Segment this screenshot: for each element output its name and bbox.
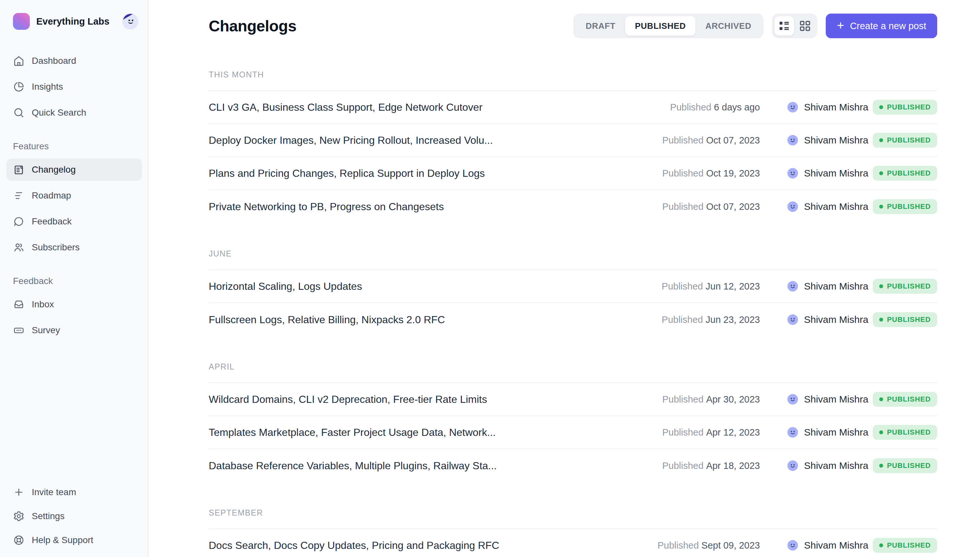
page-header: Changelogs DRAFT PUBLISHED ARCHIVED xyxy=(209,0,937,38)
status-dot-icon xyxy=(879,543,883,547)
changelog-row[interactable]: Templates Marketplace, Faster Project Us… xyxy=(209,416,937,449)
sidebar-item-feedback[interactable]: Feedback xyxy=(7,210,142,233)
changelog-row[interactable]: Wildcard Domains, CLI v2 Deprecation, Fr… xyxy=(209,383,937,416)
sidebar-item-changelog[interactable]: Changelog xyxy=(7,159,142,181)
status-badge-label: PUBLISHED xyxy=(887,316,931,324)
grid-view-icon xyxy=(799,20,810,31)
plus-icon xyxy=(13,486,24,498)
changelog-row[interactable]: Plans and Pricing Changes, Replica Suppo… xyxy=(209,157,937,190)
changelog-row[interactable]: Deploy Docker Images, New Pricing Rollou… xyxy=(209,124,937,157)
post-date: Sept 09, 2023 xyxy=(701,540,760,550)
author-avatar xyxy=(787,102,798,113)
create-button-label: Create a new post xyxy=(850,21,926,31)
post-date: Oct 07, 2023 xyxy=(706,202,760,212)
sidebar-item-label: Quick Search xyxy=(32,107,86,118)
changelog-row[interactable]: CLI v3 GA, Business Class Support, Edge … xyxy=(209,91,937,124)
author-avatar xyxy=(787,540,798,551)
section-rows: CLI v3 GA, Business Class Support, Edge … xyxy=(209,91,937,223)
section-rows: Horizontal Scaling, Logs Updates Publish… xyxy=(209,270,937,336)
status-dot-icon xyxy=(879,138,883,142)
workspace-switcher[interactable]: Everything Labs xyxy=(0,9,148,34)
changelog-row[interactable]: Horizontal Scaling, Logs Updates Publish… xyxy=(209,270,937,303)
post-title: CLI v3 GA, Business Class Support, Edge … xyxy=(209,101,670,113)
post-author: Shivam Mishra xyxy=(787,394,873,405)
post-author-name: Shivam Mishra xyxy=(804,135,868,146)
author-avatar xyxy=(787,281,798,292)
section-rows: Docs Search, Docs Copy Updates, Pricing … xyxy=(209,529,937,557)
post-published: Published Oct 07, 2023 xyxy=(662,135,760,146)
status-badge: PUBLISHED xyxy=(873,166,937,181)
status-badge: PUBLISHED xyxy=(873,199,937,214)
lifebuoy-icon xyxy=(13,534,24,546)
post-published: Published Oct 07, 2023 xyxy=(662,202,760,212)
sidebar-item-insights[interactable]: Insights xyxy=(7,76,142,98)
status-badge-label: PUBLISHED xyxy=(887,282,931,290)
published-label: Published xyxy=(662,135,703,145)
post-author: Shivam Mishra xyxy=(787,201,873,212)
month-section: APRIL Wildcard Domains, CLI v2 Deprecati… xyxy=(209,362,937,482)
changelog-row[interactable]: Database Reference Variables, Multiple P… xyxy=(209,449,937,482)
tab-published[interactable]: PUBLISHED xyxy=(625,16,696,36)
changelog-list: THIS MONTH CLI v3 GA, Business Class Sup… xyxy=(209,70,937,557)
month-label: THIS MONTH xyxy=(209,70,937,79)
list-view-button[interactable] xyxy=(774,16,794,36)
status-filter-tabs: DRAFT PUBLISHED ARCHIVED xyxy=(573,14,763,38)
tab-archived[interactable]: ARCHIVED xyxy=(696,16,761,36)
author-avatar xyxy=(787,201,798,212)
status-badge-label: PUBLISHED xyxy=(887,103,931,111)
sidebar-item-inbox[interactable]: Inbox xyxy=(7,293,142,316)
sidebar-item-settings[interactable]: Settings xyxy=(7,505,142,527)
post-author-name: Shivam Mishra xyxy=(804,168,868,179)
tab-draft[interactable]: DRAFT xyxy=(576,16,625,36)
status-dot-icon xyxy=(879,171,883,175)
sidebar-item-label: Dashboard xyxy=(32,56,76,66)
sidebar-item-label: Subscribers xyxy=(32,242,80,252)
user-avatar[interactable] xyxy=(122,13,139,30)
sidebar-item-quick-search[interactable]: Quick Search xyxy=(7,102,142,124)
status-badge: PUBLISHED xyxy=(873,279,937,294)
sidebar-item-roadmap[interactable]: Roadmap xyxy=(7,185,142,207)
grid-view-button[interactable] xyxy=(795,16,815,36)
post-title: Templates Marketplace, Faster Project Us… xyxy=(209,427,662,438)
month-section: SEPTEMBER Docs Search, Docs Copy Updates… xyxy=(209,508,937,557)
post-author-name: Shivam Mishra xyxy=(804,314,868,325)
sidebar-item-invite-team[interactable]: Invite team xyxy=(7,481,142,503)
post-author-name: Shivam Mishra xyxy=(804,460,868,471)
sidebar: Everything Labs Dashboard Insights xyxy=(0,0,149,557)
status-dot-icon xyxy=(879,430,883,434)
post-author: Shivam Mishra xyxy=(787,281,873,292)
author-avatar xyxy=(787,314,798,325)
post-date: Apr 30, 2023 xyxy=(706,394,760,404)
sidebar-item-subscribers[interactable]: Subscribers xyxy=(7,236,142,259)
sidebar-item-dashboard[interactable]: Dashboard xyxy=(7,50,142,72)
post-author-name: Shivam Mishra xyxy=(804,201,868,212)
changelog-row[interactable]: Private Networking to PB, Progress on Ch… xyxy=(209,190,937,223)
post-author: Shivam Mishra xyxy=(787,540,873,551)
month-label: JUNE xyxy=(209,249,937,259)
post-author: Shivam Mishra xyxy=(787,460,873,471)
chat-bubble-icon xyxy=(13,216,24,227)
workspace-logo xyxy=(13,13,30,30)
plus-icon: + xyxy=(837,19,844,31)
author-avatar xyxy=(787,427,798,438)
published-label: Published xyxy=(662,461,703,471)
post-date: Apr 18, 2023 xyxy=(706,461,760,471)
sidebar-item-label: Roadmap xyxy=(32,191,71,201)
status-dot-icon xyxy=(879,397,883,401)
status-badge-label: PUBLISHED xyxy=(887,169,931,178)
post-published: Published Sept 09, 2023 xyxy=(658,540,760,551)
month-label: APRIL xyxy=(209,362,937,371)
section-rows: Wildcard Domains, CLI v2 Deprecation, Fr… xyxy=(209,383,937,482)
status-badge: PUBLISHED xyxy=(873,312,937,327)
sidebar-section-feedback: Feedback xyxy=(0,276,148,286)
post-published: Published Jun 12, 2023 xyxy=(662,281,760,292)
author-avatar xyxy=(787,135,798,146)
post-author: Shivam Mishra xyxy=(787,102,873,113)
sidebar-item-help-support[interactable]: Help & Support xyxy=(7,529,142,551)
page-title: Changelogs xyxy=(209,17,573,35)
create-new-post-button[interactable]: + Create a new post xyxy=(826,14,937,38)
sidebar-item-survey[interactable]: Survey xyxy=(7,319,142,341)
post-date: Oct 19, 2023 xyxy=(706,168,760,178)
changelog-row[interactable]: Docs Search, Docs Copy Updates, Pricing … xyxy=(209,529,937,557)
changelog-row[interactable]: Fullscreen Logs, Relative Billing, Nixpa… xyxy=(209,303,937,336)
